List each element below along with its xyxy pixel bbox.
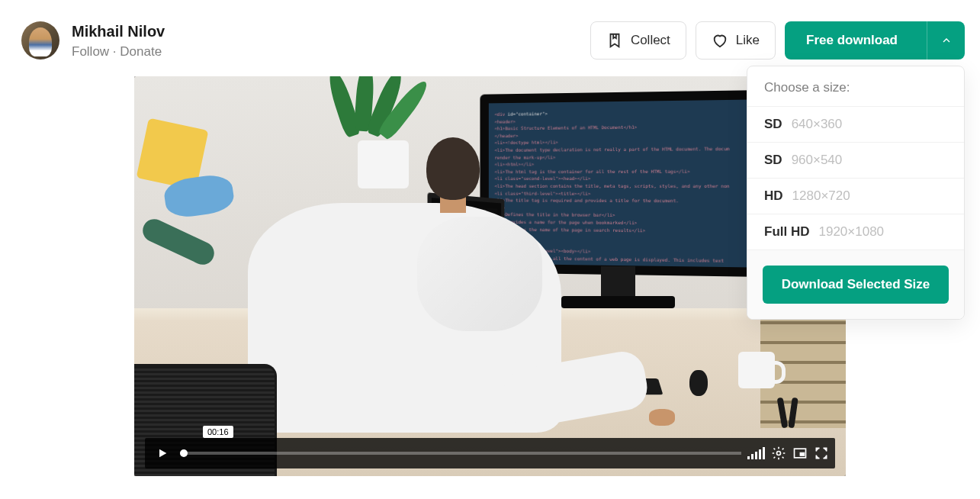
size-dropdown: Choose a size: SD 640×360 SD 960×540 HD …	[747, 66, 965, 320]
download-selected-button[interactable]: Download Selected Size	[763, 266, 949, 304]
volume-icon[interactable]	[747, 447, 765, 459]
svg-marker-0	[159, 449, 166, 458]
chevron-up-icon	[940, 34, 953, 47]
avatar[interactable]	[21, 21, 59, 60]
author-links: Follow · Donate	[72, 44, 165, 60]
play-button[interactable]	[151, 442, 174, 465]
collect-button[interactable]: Collect	[590, 21, 686, 60]
svg-point-1	[777, 452, 781, 456]
donate-link[interactable]: Donate	[120, 44, 162, 59]
follow-link[interactable]: Follow	[72, 44, 109, 59]
time-tooltip: 00:16	[203, 426, 233, 438]
size-option[interactable]: SD 640×360	[747, 106, 964, 142]
size-option[interactable]: SD 960×540	[747, 142, 964, 178]
video-frame: <div id="container"> <header> <h1>Basic …	[134, 76, 846, 476]
progress-bar[interactable]	[180, 452, 741, 455]
size-option[interactable]: Full HD 1920×1080	[747, 214, 964, 250]
settings-icon[interactable]	[771, 446, 786, 461]
video-controls: 00:16	[145, 438, 835, 468]
size-option[interactable]: HD 1280×720	[747, 178, 964, 214]
fullscreen-icon[interactable]	[814, 446, 829, 461]
action-bar: Collect Like Free download Choose a size…	[590, 21, 965, 60]
svg-rect-3	[800, 452, 805, 456]
pip-icon[interactable]	[792, 446, 808, 461]
download-caret[interactable]	[927, 21, 965, 60]
heart-icon	[712, 32, 728, 49]
like-button[interactable]: Like	[696, 21, 776, 60]
download-button[interactable]: Free download	[785, 21, 965, 60]
bookmark-icon	[606, 32, 623, 49]
dropdown-header: Choose a size:	[747, 66, 964, 106]
author-section: Mikhail Nilov Follow · Donate	[21, 21, 165, 60]
size-list: SD 640×360 SD 960×540 HD 1280×720 Full H…	[747, 106, 964, 250]
play-icon	[156, 447, 169, 459]
author-name[interactable]: Mikhail Nilov	[72, 21, 165, 41]
video-player[interactable]: <div id="container"> <header> <h1>Basic …	[134, 76, 846, 476]
